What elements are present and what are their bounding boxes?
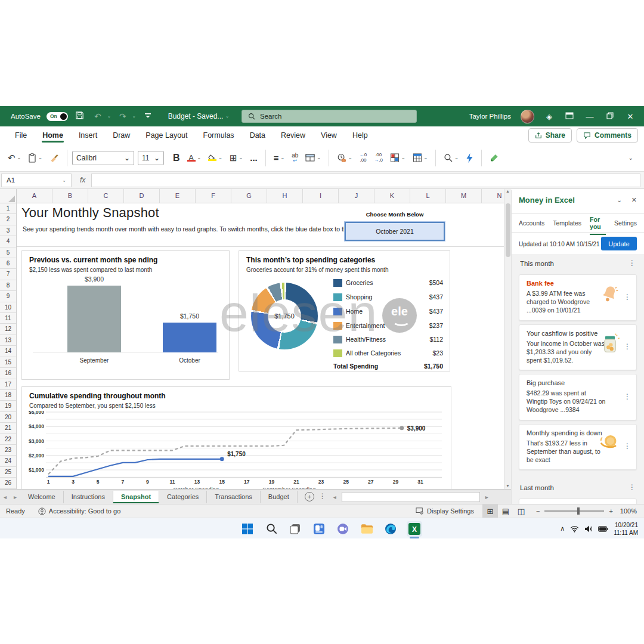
card-kebab-icon[interactable]: ⋮	[624, 345, 631, 349]
column-header[interactable]: F	[196, 189, 231, 203]
tab-formulas[interactable]: Formulas	[196, 128, 242, 143]
vertical-scrollbar[interactable]: ▲▼	[504, 189, 511, 489]
tab-review[interactable]: Review	[273, 128, 313, 143]
row-header[interactable]: 1	[0, 203, 16, 214]
undo-icon[interactable]: ↶	[92, 112, 104, 121]
avatar[interactable]	[521, 110, 534, 123]
zoom-level[interactable]: 100%	[620, 507, 637, 515]
quick-access-toolbar-icon[interactable]	[142, 112, 154, 121]
ribbon-collapse-chevron-icon[interactable]: ⌄	[628, 154, 633, 161]
pane-chevron-icon[interactable]: ⌄	[617, 197, 621, 203]
feed-card-big-purchase[interactable]: Big purchase $482.29 was spent at Wingti…	[519, 374, 637, 420]
hscroll-right-icon[interactable]: ▸	[482, 494, 492, 500]
share-button[interactable]: Share	[528, 128, 572, 143]
tab-insert[interactable]: Insert	[71, 128, 105, 143]
tab-page-layout[interactable]: Page Layout	[138, 128, 195, 143]
row-header[interactable]: 19	[0, 401, 16, 411]
vertical-scroll-thumb[interactable]	[506, 203, 510, 257]
row-header[interactable]: 24	[0, 456, 16, 466]
column-header[interactable]: I	[303, 189, 339, 203]
column-header[interactable]: N	[482, 189, 504, 203]
name-box[interactable]: A1 ⌄	[1, 174, 72, 187]
speaker-icon[interactable]	[584, 525, 593, 532]
ribbon-display-options-icon[interactable]	[564, 112, 575, 121]
sheet-tab-categories[interactable]: Categories	[159, 491, 207, 503]
row-header[interactable]: 8	[0, 280, 16, 291]
pane-tab-for-you[interactable]: For you	[590, 211, 606, 235]
tab-view[interactable]: View	[313, 128, 345, 143]
pane-tab-accounts[interactable]: Accounts	[519, 215, 544, 231]
row-header[interactable]: 12	[0, 324, 16, 335]
minimize-button[interactable]: —	[584, 112, 595, 121]
row-header[interactable]: 18	[0, 390, 16, 401]
card-kebab-icon[interactable]: ⋮	[624, 295, 631, 299]
row-header[interactable]: 23	[0, 445, 16, 456]
column-header[interactable]: H	[267, 189, 303, 203]
tab-help[interactable]: Help	[345, 128, 376, 143]
column-header[interactable]: G	[231, 189, 267, 203]
restore-button[interactable]	[605, 112, 615, 121]
column-header[interactable]: J	[339, 189, 374, 203]
row-header[interactable]: 4	[0, 236, 16, 247]
row-header[interactable]: 13	[0, 335, 16, 346]
zoom-slider[interactable]	[544, 510, 604, 512]
widgets-icon[interactable]	[311, 521, 327, 537]
redo-chevron-icon[interactable]: ⌄	[132, 114, 136, 119]
sheet-nav-left-icon[interactable]: ◂	[0, 494, 10, 500]
horizontal-scrollbar[interactable]	[342, 492, 480, 502]
file-explorer-icon[interactable]	[359, 521, 374, 537]
feed-card-bank-fee[interactable]: Bank fee A $3.99 ATM fee was charged to …	[519, 274, 637, 321]
excel-app-icon[interactable]: X	[407, 521, 422, 537]
section-kebab-icon[interactable]: ⋮	[628, 261, 636, 265]
wrap-text-button[interactable]: ab↩	[289, 149, 301, 167]
column-header[interactable]: C	[88, 189, 124, 203]
page-break-view-button[interactable]: ◫	[513, 504, 529, 518]
chat-icon[interactable]	[335, 521, 351, 537]
section-kebab-icon[interactable]: ⋮	[628, 485, 636, 490]
card-kebab-icon[interactable]: ⋮	[624, 445, 631, 449]
font-color-button[interactable]: A⌄	[184, 149, 205, 167]
search-input[interactable]: Search	[242, 110, 417, 123]
comments-button[interactable]: Comments	[577, 128, 638, 143]
sheet-tab-transactions[interactable]: Transactions	[207, 491, 261, 503]
sheet-tab-welcome[interactable]: Welcome	[20, 491, 64, 503]
decrease-decimal-button[interactable]: ←0.00	[357, 149, 370, 167]
autosave-toggle[interactable]: On	[47, 112, 68, 121]
tab-draw[interactable]: Draw	[105, 128, 138, 143]
zoom-in-button[interactable]: +	[609, 507, 612, 515]
undo-button[interactable]: ↶⌄	[5, 149, 24, 167]
update-button[interactable]: Update	[601, 237, 637, 250]
row-header[interactable]: 7	[0, 269, 16, 280]
accessibility-status[interactable]: Accessibility: Good to go	[38, 507, 120, 515]
row-header[interactable]: 2	[0, 214, 16, 225]
font-size-select[interactable]: 11⌄	[138, 151, 164, 165]
hscroll-left-icon[interactable]: ◂	[330, 494, 340, 500]
row-header[interactable]: 26	[0, 478, 16, 488]
format-painter-icon[interactable]	[47, 149, 62, 167]
zoom-slider-thumb[interactable]	[577, 507, 580, 515]
new-sheet-button[interactable]: +	[305, 492, 314, 501]
sheet-tab-snapshot[interactable]: Snapshot	[113, 491, 159, 503]
start-button-icon[interactable]	[240, 521, 255, 537]
redo-icon[interactable]: ↷	[117, 112, 129, 121]
fx-icon[interactable]: fx	[80, 176, 85, 184]
tab-data[interactable]: Data	[242, 128, 273, 143]
tray-chevron-icon[interactable]: ∧	[560, 525, 565, 532]
format-as-table-button[interactable]: ⌄	[410, 149, 431, 167]
save-icon[interactable]	[74, 111, 86, 122]
font-name-select[interactable]: Calibri⌄	[72, 151, 134, 165]
column-header[interactable]: B	[52, 189, 88, 203]
premium-diamond-icon[interactable]: ◈	[544, 112, 555, 121]
user-name[interactable]: Taylor Phillips	[469, 113, 511, 120]
clock[interactable]: 10/20/21 11:11 AM	[614, 521, 638, 537]
row-header[interactable]: 25	[0, 467, 16, 478]
sensitivity-icon[interactable]	[487, 149, 502, 167]
row-header[interactable]: 20	[0, 412, 16, 423]
taskbar-search-icon[interactable]	[264, 521, 279, 537]
more-formatting-button[interactable]: ...	[247, 149, 261, 167]
row-header[interactable]: 15	[0, 357, 16, 368]
borders-button[interactable]: ⊞⌄	[227, 149, 246, 167]
pane-close-icon[interactable]: ✕	[631, 196, 637, 204]
column-header[interactable]: M	[446, 189, 482, 203]
pane-tab-templates[interactable]: Templates	[553, 215, 581, 231]
